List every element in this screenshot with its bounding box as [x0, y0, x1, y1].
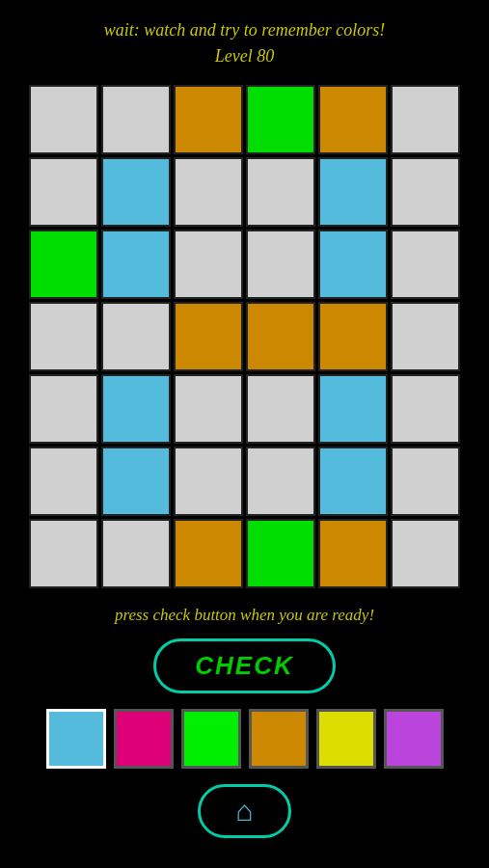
- grid-cell-0-2[interactable]: [174, 85, 243, 154]
- grid-cell-1-0[interactable]: [29, 157, 98, 227]
- grid-cell-6-1[interactable]: [101, 519, 171, 588]
- grid-cell-2-4[interactable]: [318, 230, 388, 299]
- grid-cell-6-4[interactable]: [318, 519, 388, 588]
- grid-cell-5-2[interactable]: [174, 447, 243, 516]
- grid-cell-1-5[interactable]: [391, 157, 460, 227]
- home-icon: ⌂: [235, 795, 253, 827]
- level-label: Level 80: [215, 46, 274, 66]
- grid-cell-3-1[interactable]: [101, 302, 171, 371]
- check-button[interactable]: CHECK: [153, 638, 335, 693]
- color-palette: [46, 709, 444, 769]
- grid-cell-6-0[interactable]: [29, 519, 98, 588]
- game-grid: [23, 79, 466, 594]
- grid-cell-1-4[interactable]: [318, 157, 388, 227]
- grid-cell-2-5[interactable]: [391, 230, 460, 299]
- grid-cell-6-2[interactable]: [174, 519, 243, 588]
- grid-cell-2-3[interactable]: [246, 230, 315, 299]
- grid-cell-5-3[interactable]: [246, 447, 315, 516]
- instruction-text: wait: watch and try to remember colors!: [104, 20, 385, 40]
- home-button[interactable]: ⌂: [198, 784, 290, 838]
- grid-cell-2-1[interactable]: [101, 230, 171, 299]
- palette-swatch-purple[interactable]: [384, 709, 444, 769]
- prompt-text: press check button when you are ready!: [105, 606, 384, 625]
- grid-cell-5-4[interactable]: [318, 447, 388, 516]
- palette-swatch-blue[interactable]: [46, 709, 106, 769]
- grid-cell-3-4[interactable]: [318, 302, 388, 371]
- grid-cell-5-0[interactable]: [29, 447, 98, 516]
- grid-cell-1-1[interactable]: [101, 157, 171, 227]
- grid-cell-2-2[interactable]: [174, 230, 243, 299]
- grid-cell-6-3[interactable]: [246, 519, 315, 588]
- grid-cell-3-5[interactable]: [391, 302, 460, 371]
- grid-cell-3-0[interactable]: [29, 302, 98, 371]
- grid-cell-2-0[interactable]: [29, 230, 98, 299]
- palette-swatch-yellow[interactable]: [316, 709, 376, 769]
- grid-cell-3-3[interactable]: [246, 302, 315, 371]
- grid-cell-3-2[interactable]: [174, 302, 243, 371]
- grid-cell-5-5[interactable]: [391, 447, 460, 516]
- grid-cell-0-0[interactable]: [29, 85, 98, 154]
- grid-cell-4-1[interactable]: [101, 374, 171, 444]
- grid-cell-1-2[interactable]: [174, 157, 243, 227]
- palette-swatch-lime[interactable]: [181, 709, 241, 769]
- palette-swatch-pink[interactable]: [114, 709, 174, 769]
- grid-cell-4-5[interactable]: [391, 374, 460, 444]
- grid-cell-4-4[interactable]: [318, 374, 388, 444]
- grid-cell-0-3[interactable]: [246, 85, 315, 154]
- grid-cell-0-1[interactable]: [101, 85, 171, 154]
- header-text: wait: watch and try to remember colors! …: [95, 17, 394, 69]
- palette-swatch-orange[interactable]: [249, 709, 309, 769]
- grid-cell-4-0[interactable]: [29, 374, 98, 444]
- grid-cell-4-3[interactable]: [246, 374, 315, 444]
- grid-cell-6-5[interactable]: [391, 519, 460, 588]
- grid-cell-0-4[interactable]: [318, 85, 388, 154]
- grid-cell-0-5[interactable]: [391, 85, 460, 154]
- grid-cell-1-3[interactable]: [246, 157, 315, 227]
- grid-cell-4-2[interactable]: [174, 374, 243, 444]
- grid-cell-5-1[interactable]: [101, 447, 171, 516]
